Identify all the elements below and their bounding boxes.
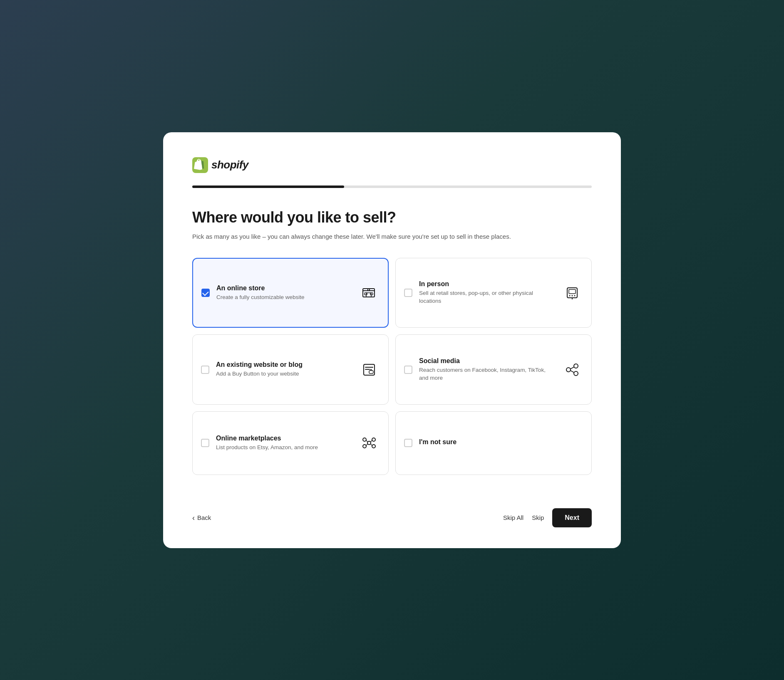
option-text-not-sure: I'm not sure [419, 438, 581, 448]
svg-point-12 [566, 368, 571, 372]
option-desc-online-marketplaces: List products on Etsy, Amazon, and more [216, 444, 353, 452]
checkbox-unchecked-icon [201, 366, 209, 374]
checkbox-unchecked-icon [201, 439, 209, 447]
pos-icon [563, 284, 581, 302]
svg-rect-6 [569, 289, 576, 294]
modal-container: shopify Where would you like to sell? Pi… [163, 132, 621, 548]
page-subtitle: Pick as many as you like – you can alway… [192, 232, 592, 242]
store-icon [360, 284, 378, 302]
back-button[interactable]: ‹ Back [192, 514, 211, 522]
checkbox-unchecked-icon [404, 289, 412, 297]
option-desc-existing-website: Add a Buy Button to your website [216, 370, 353, 378]
svg-point-14 [574, 371, 578, 376]
option-desc-online-store: Create a fully customizable website [216, 294, 353, 302]
shopify-logo-icon [192, 157, 208, 173]
page-title: Where would you like to sell? [192, 209, 592, 226]
svg-point-8 [572, 295, 573, 297]
checkbox-online-marketplaces[interactable] [201, 439, 209, 447]
checkbox-unchecked-icon [404, 366, 412, 374]
svg-rect-3 [365, 293, 367, 295]
options-grid: An online store Create a fully customiza… [192, 258, 592, 475]
option-title-in-person: In person [419, 280, 556, 288]
option-desc-in-person: Sell at retail stores, pop-ups, or other… [419, 289, 556, 305]
footer-right: Skip All Skip Next [503, 508, 592, 527]
option-card-not-sure[interactable]: I'm not sure [395, 411, 592, 475]
svg-point-19 [372, 445, 375, 448]
option-card-in-person[interactable]: In person Sell at retail stores, pop-ups… [395, 258, 592, 328]
checkbox-existing-website[interactable] [201, 366, 209, 374]
svg-point-13 [574, 364, 578, 368]
checkbox-not-sure[interactable] [404, 439, 412, 447]
svg-rect-11 [369, 371, 373, 373]
logo-text: shopify [211, 158, 248, 171]
option-text-social-media: Social media Reach customers on Facebook… [419, 357, 556, 382]
option-text-online-marketplaces: Online marketplaces List products on Ets… [216, 435, 353, 452]
option-text-in-person: In person Sell at retail stores, pop-ups… [419, 280, 556, 305]
skip-button[interactable]: Skip [532, 514, 544, 521]
checkbox-social-media[interactable] [404, 366, 412, 374]
option-title-existing-website: An existing website or blog [216, 361, 353, 368]
svg-rect-4 [370, 293, 373, 295]
chevron-left-icon: ‹ [192, 514, 195, 522]
logo-area: shopify [192, 157, 592, 173]
svg-point-16 [363, 438, 366, 441]
buy-button-icon [360, 361, 378, 379]
option-text-existing-website: An existing website or blog Add a Buy Bu… [216, 361, 353, 378]
svg-point-7 [569, 295, 571, 297]
checkbox-online-store[interactable] [201, 289, 210, 297]
next-button[interactable]: Next [552, 508, 592, 527]
footer: ‹ Back Skip All Skip Next [192, 500, 592, 527]
checkbox-in-person[interactable] [404, 289, 412, 297]
option-title-social-media: Social media [419, 357, 556, 365]
option-title-online-store: An online store [216, 284, 353, 292]
social-icon [563, 361, 581, 379]
svg-point-18 [363, 445, 366, 448]
option-card-online-store[interactable]: An online store Create a fully customiza… [192, 258, 389, 328]
svg-point-9 [574, 295, 576, 297]
back-button-label: Back [197, 514, 211, 521]
progress-bar [192, 185, 592, 188]
option-title-not-sure: I'm not sure [419, 438, 581, 446]
skip-all-button[interactable]: Skip All [503, 514, 523, 521]
option-text-online-store: An online store Create a fully customiza… [216, 284, 353, 302]
progress-bar-fill [192, 185, 344, 188]
checkbox-unchecked-icon [404, 439, 412, 447]
option-title-online-marketplaces: Online marketplaces [216, 435, 353, 442]
svg-point-17 [372, 438, 375, 441]
option-desc-social-media: Reach customers on Facebook, Instagram, … [419, 366, 556, 382]
option-card-social-media[interactable]: Social media Reach customers on Facebook… [395, 334, 592, 404]
checkbox-checked-icon [201, 289, 210, 297]
option-card-existing-website[interactable]: An existing website or blog Add a Buy Bu… [192, 334, 389, 404]
marketplace-icon [360, 434, 378, 452]
option-card-online-marketplaces[interactable]: Online marketplaces List products on Ets… [192, 411, 389, 475]
